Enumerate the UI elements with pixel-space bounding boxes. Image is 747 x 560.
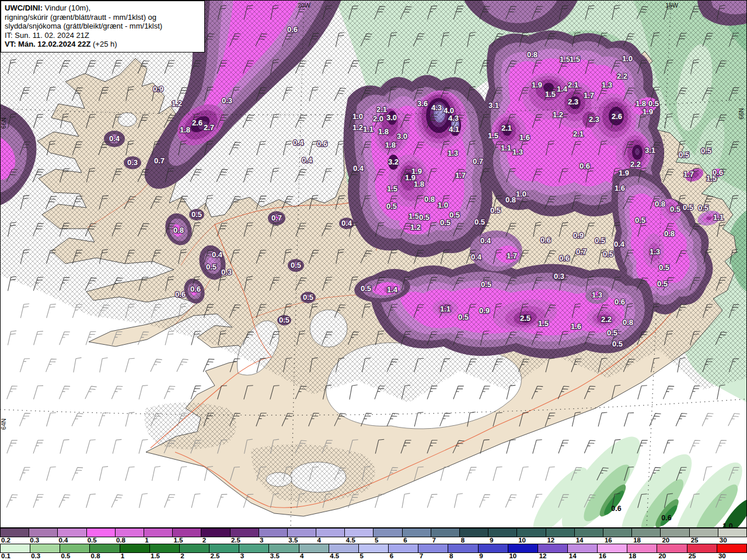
snow-colorbar [0,528,747,537]
legend-cell-value: 3.5 [269,553,299,559]
precip-value-label: 1.3 [602,80,612,89]
legend-cell-value: 7 [418,553,448,559]
rain-colorbar [0,544,747,553]
legend-cell [299,544,329,552]
precip-value-label: 0.5 [419,213,430,222]
precip-value-label: 0.7 [576,247,587,256]
rain-colorbar-labels: 0.10.30.50.811.522.533.544.5567891012141… [0,553,747,559]
legend-cell-value: 3 [239,553,269,559]
precip-value-label: 0.5 [635,216,645,225]
legend-cell [403,528,431,537]
precip-value-label: 0.4 [614,240,625,249]
precip-value-label: 0.7 [473,157,483,166]
precip-value-label: 0.5 [191,210,202,219]
precip-value-label: 1.8 [378,127,389,136]
legend-cell-value: 5 [358,553,388,559]
legend-cell-value: 1.5 [172,537,201,544]
precip-value-label: 0.6 [611,505,621,513]
legend-cell-value: 25 [687,553,717,559]
precip-value-label: 1.8 [636,99,646,108]
legend-cell [575,528,603,537]
legend-cell [120,544,150,552]
precip-value-label: 1.5 [409,212,419,220]
precip-value-label: 0.6 [580,162,590,170]
precip-value-label: 1.2 [352,123,363,132]
legend-cell-value: 16 [603,537,632,544]
precip-value-label: 0.4 [471,253,482,261]
legend-cell-value: 2.5 [209,553,239,559]
precip-value-label: 0.9 [153,85,163,93]
model-title-line: UWC/DINI: Vindur (10m), [5,4,201,13]
legend-cell [58,528,86,537]
legend-cell [60,544,90,552]
precip-value-label: 1.3 [650,247,660,256]
legend-cell [269,544,299,552]
precip-value-label: 1.1 [713,213,724,222]
precip-value-label: 0.5 [607,328,617,337]
precip-value-label: 0.9 [479,306,490,315]
legend-cell [389,544,418,552]
precip-value-label: 1.0 [516,190,526,198]
snow-colorbar-labels: 0.20.30.40.50.811.522.533.544.5567891012… [0,537,747,544]
legend-cell-value: 5 [374,537,402,544]
precip-value-label: 0.5 [291,261,301,270]
legend-cell [657,544,687,552]
precip-value-label: 0.5 [440,218,451,227]
precip-value-label: 0.5 [679,150,689,159]
legend-cell-value: 14 [568,553,598,559]
legend-cell-value: 10 [508,553,537,559]
precip-value-label: 0.5 [386,202,397,211]
legend-cell [488,528,517,537]
valid-time: VT: Mán. 12.02.2024 22Z (+25 h) [5,40,201,49]
legend-cell [173,528,201,537]
model-name: UWC/DINI: [5,4,43,12]
precip-value-label: 2.6 [192,118,203,127]
legend-cell-value: 20 [661,537,689,544]
precip-value-label: 1.4 [387,285,398,294]
legend-cell [359,544,389,552]
precip-value-label: 1.8 [414,180,424,188]
legend-cell [180,544,210,552]
legend-cell-value: 12 [546,537,574,544]
precip-value-label: 1.0 [622,54,633,63]
precip-value-label: 4.3 [448,114,459,123]
legend-cell-value: 2.5 [230,537,259,544]
legend-cell-value: 2 [201,537,230,544]
precip-value-label: 2.0 [373,114,383,123]
precip-value-label: 2.6 [612,112,622,121]
legend-cell-value: 0.5 [60,553,89,559]
legend-cell [603,528,632,537]
legend-cell [90,544,120,552]
legend-cell [0,528,29,537]
legend-cell [627,544,657,552]
precip-value-label: 0.8 [623,318,633,327]
precip-value-label: 0.5 [698,204,708,212]
precip-value-label: 2.7 [204,123,214,132]
precip-value-label: 0.7 [154,156,165,165]
precip-value-label: 2.1 [376,105,387,114]
precip-value-label: 1.2 [553,110,563,119]
precip-value-label: 0.3 [127,158,138,167]
precip-value-label: 0.5 [670,205,680,214]
precip-value-label: 1.5 [488,131,498,140]
precip-value-label: 1.1 [501,144,511,152]
precip-value-label: 0.6 [661,514,671,522]
precip-value-label: 0.6 [559,254,570,262]
precip-value-label: 0.6 [317,139,327,148]
snow-legend-line: slydda/snjókoma (grátt/bleikt/grænt - mm… [5,22,201,31]
precip-value-label: 2.3 [568,97,578,106]
precip-value-label: 1.0 [722,522,732,528]
precip-value-label: 4.3 [431,103,442,112]
precip-value-label: 1.5 [560,55,570,64]
legend-cell [448,544,478,552]
legend-cell-value: 16 [598,553,627,559]
precip-value-label: 0.4 [353,164,364,173]
legend-cell-value: 0.5 [86,537,115,544]
legend-cell-value: 4 [299,553,329,559]
precip-value-label: 1.0 [352,112,363,121]
precip-value-label: 3.1 [488,101,499,110]
precip-value-label: 0.5 [361,284,371,293]
legend-cell [231,528,259,537]
precip-value-label: 3.0 [397,132,407,141]
legend-cell [239,544,269,552]
